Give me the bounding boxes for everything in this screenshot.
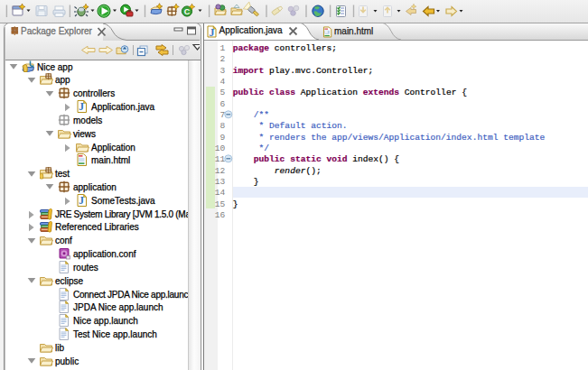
svg-text:C: C: [184, 7, 191, 16]
svg-text:J: J: [79, 195, 84, 206]
svg-text:J: J: [79, 101, 84, 112]
svg-text:J: J: [209, 26, 214, 39]
